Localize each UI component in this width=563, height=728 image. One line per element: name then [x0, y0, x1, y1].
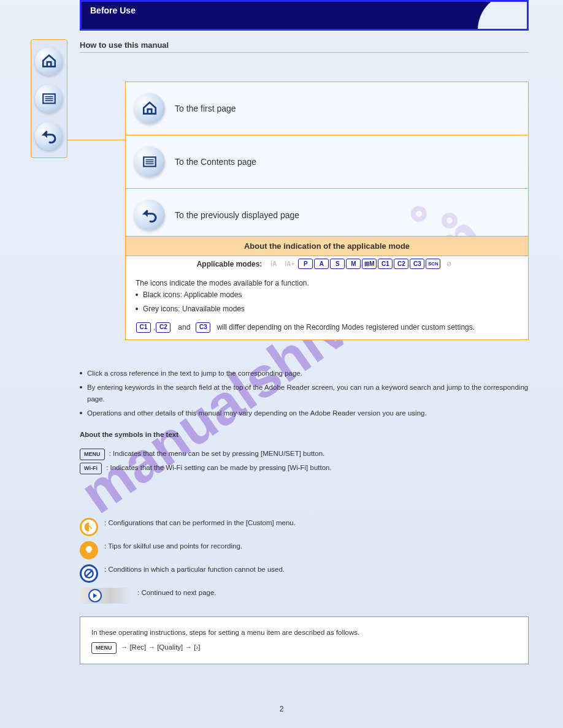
legend-label: To the previously displayed page — [175, 210, 299, 220]
mode-icon: C3 — [196, 322, 210, 333]
connector-line — [67, 140, 126, 140]
legend-label: To the first page — [175, 104, 236, 113]
symbol-legend: : Configurations that can be performed i… — [80, 518, 529, 609]
banner-title: Before Use — [82, 2, 527, 15]
body-content: Click a cross reference in the text to j… — [80, 368, 529, 474]
legend-label: To the Contents page — [175, 157, 256, 167]
mode-icon: C3 — [410, 259, 424, 269]
page-banner: Before Use — [80, 0, 529, 31]
tip-icon — [80, 541, 98, 559]
nav-legend: To the first page To the Contents page T… — [125, 82, 529, 242]
custom-modes-note: C1, C2 and C3 will differ depending on t… — [136, 322, 518, 333]
mode-icon: P — [298, 259, 313, 269]
mode-icon: M — [346, 259, 361, 269]
mode-icon: C1 — [378, 259, 393, 269]
legend-row-back: To the previously displayed page — [126, 189, 528, 241]
home-icon — [142, 100, 158, 116]
page-number: 2 — [0, 705, 563, 713]
modes-box: About the indication of the applicable m… — [125, 236, 529, 340]
home-icon — [41, 53, 57, 69]
mode-icon: C2 — [156, 322, 170, 333]
home-icon-badge — [134, 93, 165, 124]
divider — [80, 52, 529, 53]
mode-icon: C1 — [136, 322, 151, 333]
nav-home-button[interactable] — [35, 47, 63, 75]
continue-icon — [80, 588, 131, 604]
legend-row-home: To the first page — [126, 82, 528, 135]
mode-icon: iA+ — [282, 259, 297, 269]
note-box: In these operating instructions, steps f… — [80, 616, 529, 664]
list-icon — [41, 91, 57, 107]
menu-badge: MENU — [91, 642, 117, 653]
nav-sidebar — [31, 39, 67, 158]
mode-icon: S — [330, 259, 345, 269]
back-icon — [41, 128, 57, 144]
custom-menu-icon — [80, 518, 98, 536]
symbols-heading: About the symbols in the text — [80, 429, 529, 441]
mode-icon: ⊞M — [362, 259, 377, 269]
modes-sub: Applicable modes: — [197, 260, 262, 268]
mode-icon: ⊘ — [442, 259, 456, 269]
nav-back-button[interactable] — [35, 122, 63, 150]
back-icon — [142, 207, 158, 223]
mode-icon: SCN — [426, 259, 440, 269]
modes-heading: About the indication of the applicable m… — [126, 237, 528, 256]
nav-toc-button[interactable] — [35, 85, 63, 113]
list-icon — [142, 154, 158, 170]
mode-icon: A — [314, 259, 329, 269]
unavailable-icon — [80, 564, 98, 583]
modes-body: The icons indicate the modes available f… — [126, 271, 528, 339]
menu-badge: MENU — [80, 449, 105, 460]
mode-icon: C2 — [394, 259, 408, 269]
page-title: How to use this manual — [80, 40, 169, 50]
back-icon-badge — [134, 200, 165, 230]
modes-icons-row: Applicable modes: iA iA+ P A S M ⊞M C1 C… — [126, 256, 528, 271]
wifi-badge: Wi-Fi — [80, 463, 102, 474]
legend-row-toc: To the Contents page — [126, 135, 528, 189]
list-icon-badge — [134, 146, 165, 177]
mode-icon: iA — [266, 259, 281, 269]
